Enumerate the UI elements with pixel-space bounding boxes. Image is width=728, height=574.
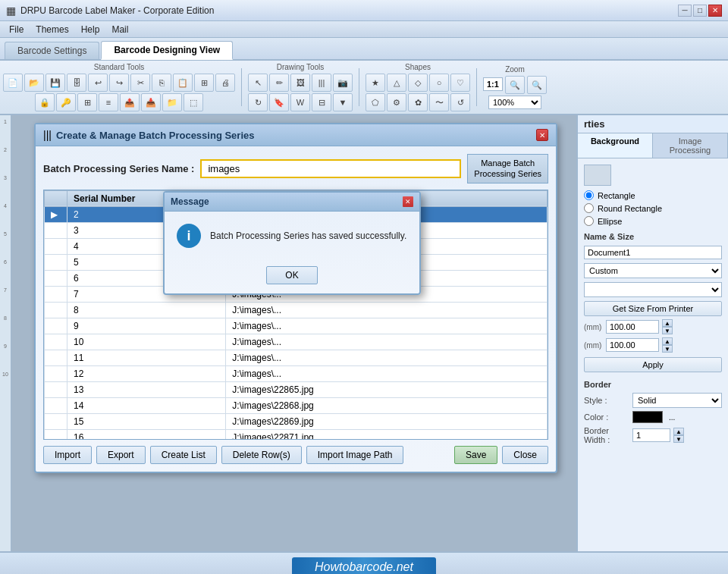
divider-2 [359, 68, 359, 106]
zoom-percent-select[interactable]: 100% 75% 50% 150% 200% [488, 96, 541, 109]
width-down-btn[interactable]: ▼ [662, 327, 673, 334]
border-section: Border Style : Solid Dashed Dotted Color… [584, 380, 722, 444]
rectangle-radio[interactable] [584, 190, 594, 200]
shapes-section: Shapes ★ △ ◇ ○ ♡ ⬠ ⚙ ✿ 〜 ↺ [366, 63, 470, 111]
canvas-area: ||| Create & Manage Batch Processing Ser… [11, 115, 576, 551]
tab-barcode-settings[interactable]: Barcode Settings [5, 42, 99, 59]
list-btn[interactable]: ≡ [99, 93, 118, 111]
import-btn[interactable]: 📥 [141, 93, 161, 111]
tab-image-processing[interactable]: Image Processing [653, 133, 728, 158]
height-row: (mm) ▲ ▼ [584, 337, 722, 353]
lock-btn[interactable]: 🔒 [35, 93, 55, 111]
paste-btn[interactable]: 📋 [173, 74, 193, 92]
pen-btn[interactable]: ✏ [269, 74, 289, 92]
grid-btn[interactable]: ⊞ [194, 74, 214, 92]
height-up-btn[interactable]: ▲ [662, 337, 673, 345]
photo-btn[interactable]: 📷 [333, 74, 353, 92]
star-btn[interactable]: ★ [366, 74, 385, 92]
minimize-button[interactable]: ─ [678, 5, 692, 17]
border-width-up-btn[interactable]: ▲ [673, 428, 684, 435]
message-close-btn[interactable]: ✕ [403, 196, 413, 207]
menu-mail[interactable]: Mail [105, 23, 134, 36]
tab-bar: Barcode Settings Barcode Designing View [0, 38, 728, 61]
zoom-controls: 1:1 🔍 🔍 [483, 76, 547, 94]
save-as-btn[interactable]: 🗄 [67, 74, 86, 92]
gear-btn[interactable]: ⚙ [387, 93, 406, 111]
key-btn[interactable]: 🔑 [56, 93, 76, 111]
export-btn[interactable]: 📤 [120, 93, 140, 111]
undo-btn[interactable]: ↩ [88, 74, 108, 92]
doc-name-input[interactable] [584, 246, 722, 259]
custom-size-select[interactable] [584, 282, 722, 297]
width-spin: ▲ ▼ [662, 319, 673, 334]
text-btn[interactable]: W [290, 93, 310, 111]
print-btn[interactable]: 🖨 [215, 74, 235, 92]
menu-file[interactable]: File [3, 23, 30, 36]
folder-btn[interactable]: 📁 [162, 93, 182, 111]
undo2-btn[interactable]: ↺ [450, 93, 470, 111]
message-dialog: Message ✕ i Batch Processing Series has … [163, 191, 421, 295]
round-rectangle-radio[interactable] [584, 203, 594, 213]
save-btn[interactable]: 💾 [46, 74, 65, 92]
cut-btn[interactable]: ✂ [130, 74, 150, 92]
border-title: Border [584, 380, 722, 389]
border-color-swatch[interactable] [632, 411, 663, 423]
width-up-btn[interactable]: ▲ [662, 319, 673, 327]
get-size-printer-btn[interactable]: Get Size From Printer [584, 301, 722, 316]
shape-preview [584, 165, 611, 186]
border-width-row: Border Width : ▲ ▼ [584, 426, 722, 444]
height-input[interactable] [606, 338, 659, 352]
border-width-input[interactable] [632, 428, 670, 442]
flower-btn[interactable]: ✿ [408, 93, 428, 111]
zoom-out-btn[interactable]: 🔍 [527, 76, 547, 94]
table-btn[interactable]: ⊞ [77, 93, 97, 111]
divider-3 [476, 68, 477, 106]
custom-size-select-row [584, 282, 722, 297]
message-text: Batch Processing Series has saved succes… [210, 231, 406, 241]
maximize-button[interactable]: □ [693, 5, 707, 17]
export2-btn[interactable]: ⬚ [184, 93, 203, 111]
new-btn[interactable]: 📄 [3, 74, 23, 92]
triangle-btn[interactable]: △ [387, 74, 406, 92]
select-btn[interactable]: ↖ [248, 74, 268, 92]
bookmark-btn[interactable]: 🔖 [269, 93, 289, 111]
ellipse-radio[interactable] [584, 216, 594, 226]
width-label: (mm) [584, 323, 603, 331]
circle-btn[interactable]: ○ [429, 74, 449, 92]
border-width-label: Border Width : [584, 426, 629, 444]
menu-bar: File Themes Help Mail [0, 21, 728, 38]
border-width-down-btn[interactable]: ▼ [673, 435, 684, 443]
heart-btn[interactable]: ♡ [450, 74, 470, 92]
drawing-tools-buttons-2: ↻ 🔖 W ⊟ ▼ [248, 93, 353, 111]
ok-button[interactable]: OK [266, 266, 317, 284]
redo-btn[interactable]: ↪ [109, 74, 129, 92]
pentagon-btn[interactable]: ⬠ [366, 93, 385, 111]
tab-background[interactable]: Background [578, 133, 653, 158]
open-btn[interactable]: 📂 [24, 74, 44, 92]
border-style-select[interactable]: Solid Dashed Dotted [632, 393, 722, 408]
zoom-in-btn[interactable]: 🔍 [505, 76, 525, 94]
message-info-icon: i [177, 224, 201, 248]
message-title-text: Message [171, 196, 209, 207]
size-select[interactable]: Custom [584, 263, 722, 278]
height-down-btn[interactable]: ▼ [662, 345, 673, 353]
width-input[interactable] [606, 320, 659, 334]
height-spin: ▲ ▼ [662, 337, 673, 353]
tab-barcode-designing[interactable]: Barcode Designing View [101, 41, 233, 60]
format-btn[interactable]: ⊟ [312, 93, 331, 111]
apply-btn[interactable]: Apply [584, 357, 722, 372]
close-button[interactable]: ✕ [708, 5, 722, 17]
image-btn[interactable]: 🖼 [290, 74, 310, 92]
arrow-btn[interactable]: ▼ [333, 93, 353, 111]
menu-themes[interactable]: Themes [30, 23, 74, 36]
border-color-label: Color : [584, 412, 629, 422]
website-link[interactable]: Howtobarcode.net [292, 557, 436, 574]
barcode-btn[interactable]: ||| [312, 74, 331, 92]
shapes-label: Shapes [405, 63, 431, 71]
main-area: 1 2 3 4 5 6 7 8 9 10 ||| Create & Manage… [0, 115, 728, 551]
diamond-btn[interactable]: ◇ [408, 74, 428, 92]
menu-help[interactable]: Help [75, 23, 106, 36]
rotate-btn[interactable]: ↻ [248, 93, 268, 111]
copy-btn[interactable]: ⎘ [152, 74, 171, 92]
wave-btn[interactable]: 〜 [429, 93, 449, 111]
